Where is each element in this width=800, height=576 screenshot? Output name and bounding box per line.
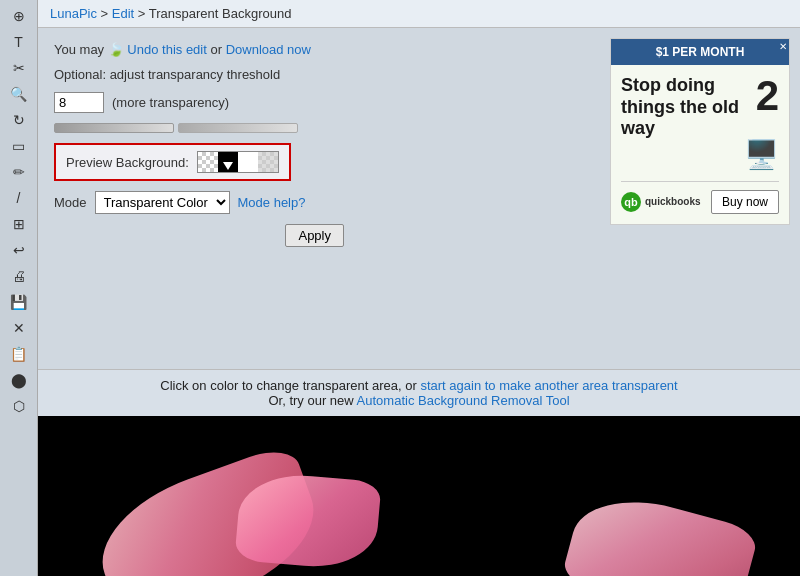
apply-row: Apply [54, 224, 344, 247]
slider-track-left[interactable] [54, 123, 174, 133]
ad-header: $1 PER MONTH [611, 39, 789, 65]
sidebar-item-rotate[interactable]: ↻ [5, 108, 33, 132]
sidebar-item-pencil[interactable]: ✏ [5, 160, 33, 184]
bottom-text2: Or, try our new [268, 393, 356, 408]
sidebar-item-grid[interactable]: ⊞ [5, 212, 33, 236]
download-link[interactable]: Download now [226, 42, 311, 57]
breadcrumb-page: Transparent Background [149, 6, 292, 21]
bottom-line2: Or, try our new Automatic Background Rem… [54, 393, 784, 408]
sidebar-item-text[interactable]: T [5, 30, 33, 54]
ad-close-icon[interactable]: ✕ [779, 41, 787, 52]
threshold-input[interactable] [54, 92, 104, 113]
mode-select[interactable]: Transparent Color Fuzzy Select Exact Col… [95, 191, 230, 214]
sidebar-item-shape[interactable]: ⬡ [5, 394, 33, 418]
bottom-text1: Click on color to change transparent are… [160, 378, 420, 393]
bottom-instructions: Click on color to change transparent are… [38, 369, 800, 416]
flower-image [38, 416, 800, 576]
sidebar-item-line[interactable]: / [5, 186, 33, 210]
quickbooks-text: quickbooks [645, 196, 701, 207]
main-panel: LunaPic > Edit > Transparent Background … [38, 0, 800, 576]
sidebar-item-cut[interactable]: ✂ [5, 56, 33, 80]
bottom-line1: Click on color to change transparent are… [54, 378, 784, 393]
bottom-link1[interactable]: start again to make another area transpa… [420, 378, 677, 393]
undo-prefix: You may [54, 42, 108, 57]
sidebar-item-rect[interactable]: ▭ [5, 134, 33, 158]
sidebar-item-close[interactable]: ✕ [5, 316, 33, 340]
threshold-row: (more transparency) [54, 92, 584, 113]
preview-background-box: Preview Background: [54, 143, 291, 181]
sidebar-item-clipboard[interactable]: 📋 [5, 342, 33, 366]
undo-mid: or [207, 42, 226, 57]
ad-body-text: Stop doing things the old way [621, 75, 748, 140]
ad-body: Stop doing things the old way 2 🖥️ qb qu… [611, 65, 789, 224]
undo-line: You may 🍃 Undo this edit or Download now [54, 42, 584, 57]
qb-logo: qb quickbooks [621, 192, 701, 212]
breadcrumb-lunapic[interactable]: LunaPic [50, 6, 97, 21]
mode-row: Mode Transparent Color Fuzzy Select Exac… [54, 191, 584, 214]
breadcrumb-edit[interactable]: Edit [112, 6, 134, 21]
breadcrumb-sep1: > [101, 6, 112, 21]
optional-line: Optional: adjust transparancy threshold [54, 67, 584, 82]
preview-bg-label: Preview Background: [66, 155, 189, 170]
ad-box: $1 PER MONTH ✕ Stop doing things the old… [610, 38, 790, 225]
undo-link[interactable]: 🍃 Undo this edit [108, 42, 207, 57]
image-area [38, 416, 800, 576]
buy-now-button[interactable]: Buy now [711, 190, 779, 214]
mode-help-link[interactable]: Mode help? [238, 195, 306, 210]
swatch-gray[interactable] [258, 152, 278, 172]
ad-logo-row: qb quickbooks Buy now [621, 181, 779, 214]
sidebar-item-add[interactable]: ⊕ [5, 4, 33, 28]
swatch-white[interactable] [238, 152, 258, 172]
right-panel: $1 PER MONTH ✕ Stop doing things the old… [600, 28, 800, 369]
sidebar-item-stamp[interactable]: ⬤ [5, 368, 33, 392]
slider-row [54, 123, 584, 133]
quickbooks-icon: qb [621, 192, 641, 212]
slider-track-right[interactable] [178, 123, 298, 133]
sidebar-item-save[interactable]: 💾 [5, 290, 33, 314]
sidebar-item-undo[interactable]: ↩ [5, 238, 33, 262]
content-area: You may 🍃 Undo this edit or Download now… [38, 28, 800, 369]
breadcrumb: LunaPic > Edit > Transparent Background [38, 0, 800, 28]
swatch-checkerboard[interactable] [198, 152, 218, 172]
apply-button[interactable]: Apply [285, 224, 344, 247]
left-panel: You may 🍃 Undo this edit or Download now… [38, 28, 600, 369]
breadcrumb-sep2: > [138, 6, 149, 21]
color-swatches [197, 151, 279, 173]
bottom-link2[interactable]: Automatic Background Removal Tool [357, 393, 570, 408]
threshold-note: (more transparency) [112, 95, 229, 110]
sidebar: ⊕ T ✂ 🔍 ↻ ▭ ✏ / ⊞ ↩ 🖨 💾 ✕ 📋 ⬤ ⬡ [0, 0, 38, 576]
petal-2 [560, 484, 760, 576]
mode-label: Mode [54, 195, 87, 210]
swatch-black[interactable] [218, 152, 238, 172]
sidebar-item-search[interactable]: 🔍 [5, 82, 33, 106]
ad-number: 2 [756, 75, 779, 117]
sidebar-item-print[interactable]: 🖨 [5, 264, 33, 288]
